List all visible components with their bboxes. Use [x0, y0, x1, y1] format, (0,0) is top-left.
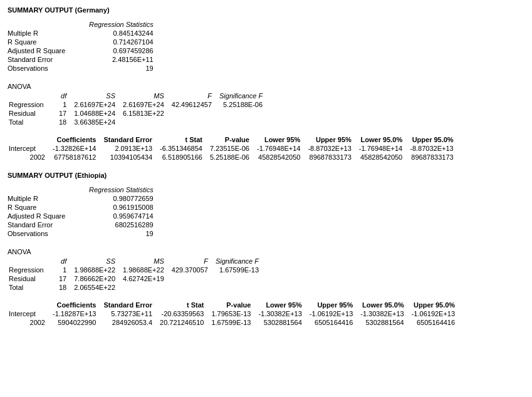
anova-col-ms: MS — [119, 91, 168, 100]
ethiopia-reg-stats-label: Regression Statistics — [86, 185, 156, 194]
coeff-col-upper95: Upper 95% — [304, 135, 355, 144]
germany-coeff-l950-1: 45828542050 — [355, 153, 406, 162]
germany-coeff-l950-0: -1.76948E+14 — [355, 144, 406, 153]
germany-stat-value-0: 0.845143244 — [86, 29, 156, 38]
germany-anova-label: ANOVA — [5, 79, 527, 91]
germany-anova-row-label-0: Regression — [5, 100, 55, 109]
germany-stat-label-3: Standard Error — [5, 55, 86, 64]
germany-coeff-t-1: 6.518905166 — [156, 153, 206, 162]
ethiopia-coeff-l950-0: -1.30382E+13 — [357, 309, 407, 318]
germany-coeff-label-0: Intercept — [5, 144, 49, 153]
ethiopia-anova-ss-2: 2.06554E+22 — [70, 283, 119, 292]
germany-coeff-l95-0: -1.76948E+14 — [253, 144, 304, 153]
ethiopia-stat-row: Standard Error 6802516289 — [5, 220, 156, 229]
eth-coeff-col-upper95: Upper 95% — [306, 301, 357, 309]
ethiopia-stat-label-2: Adjusted R Square — [5, 212, 86, 220]
germany-stat-row: Adjusted R Square 0.697459286 — [5, 46, 156, 55]
germany-stat-row: Multiple R 0.845143244 — [5, 29, 156, 38]
ethiopia-anova-row-label-2: Total — [5, 283, 55, 292]
eth-anova-col-sig: Significance F — [212, 257, 263, 266]
eth-coeff-col-lower95: Lower 95% — [254, 301, 305, 309]
ethiopia-regression-stats: Regression Statistics Multiple R 0.98077… — [5, 185, 156, 238]
anova-col-ss: SS — [70, 91, 119, 100]
germany-coeff-l95-1: 45828542050 — [253, 153, 304, 162]
germany-anova-regression: Regression 1 2.61697E+24 2.61697E+24 42.… — [5, 100, 266, 109]
ethiopia-coeff-coef-1: 5904022990 — [49, 318, 100, 327]
coeff-col-tstat: t Stat — [156, 135, 206, 144]
germany-coeff-se-1: 10394105434 — [100, 153, 156, 162]
germany-anova-ms-1: 6.15813E+22 — [119, 109, 168, 118]
germany-anova-residual: Residual 17 1.04688E+24 6.15813E+22 — [5, 109, 266, 118]
ethiopia-stat-label-1: R Square — [5, 203, 86, 212]
ethiopia-anova-table: df SS MS F Significance F Regression 1 1… — [5, 257, 263, 292]
anova-col-df: df — [55, 91, 70, 100]
germany-anova-ss-1: 1.04688E+24 — [70, 109, 119, 118]
ethiopia-coeff-se-1: 284926053.4 — [100, 318, 156, 327]
ethiopia-coeff-label-0: Intercept — [5, 309, 49, 318]
ethiopia-stat-value-3: 6802516289 — [86, 220, 156, 229]
germany-coeff-u950-1: 89687833173 — [406, 153, 457, 162]
germany-stat-row: Standard Error 2.48156E+11 — [5, 55, 156, 64]
germany-coeff-coef-0: -1.32826E+14 — [49, 144, 100, 153]
ethiopia-anova-f-0: 429.370057 — [168, 266, 212, 274]
ethiopia-coeff-intercept: Intercept -1.18287E+13 5.73273E+11 -20.6… — [5, 309, 459, 318]
eth-anova-col-df: df — [55, 257, 70, 266]
ethiopia-anova-ss-1: 7.86662E+20 — [70, 274, 119, 283]
germany-coeff-u95-1: 89687833173 — [304, 153, 355, 162]
germany-anova-ss-2: 3.66385E+24 — [70, 118, 119, 126]
ethiopia-anova-df-2: 18 — [55, 283, 70, 292]
ethiopia-anova-row-label-1: Residual — [5, 274, 55, 283]
coeff-col-coefficients: Coefficients — [49, 135, 100, 144]
germany-anova-row-label-2: Total — [5, 118, 55, 126]
germany-anova-row-label-1: Residual — [5, 109, 55, 118]
germany-stat-row: Observations 19 — [5, 64, 156, 73]
coeff-col-upper950: Upper 95.0% — [406, 135, 457, 144]
ethiopia-anova-label: ANOVA — [5, 244, 527, 257]
ethiopia-coeff-se-0: 5.73273E+11 — [100, 309, 156, 318]
germany-coeff-se-0: 2.0913E+13 — [100, 144, 156, 153]
germany-anova-header-row: df SS MS F Significance F — [5, 91, 266, 100]
germany-regression-stats: Regression Statistics Multiple R 0.84514… — [5, 20, 156, 73]
germany-stat-value-4: 19 — [86, 64, 156, 73]
ethiopia-anova-residual: Residual 17 7.86662E+20 4.62742E+19 — [5, 274, 263, 283]
eth-coeff-col-stderr: Standard Error — [100, 301, 156, 309]
ethiopia-stat-value-4: 19 — [86, 229, 156, 238]
germany-coeff-label-1: 2002 — [5, 153, 49, 162]
coeff-col-lower95: Lower 95% — [253, 135, 304, 144]
ethiopia-stat-value-1: 0.961915008 — [86, 203, 156, 212]
germany-stat-label-1: R Square — [5, 38, 86, 46]
germany-stat-label-2: Adjusted R Square — [5, 46, 86, 55]
ethiopia-coeff-table: Coefficients Standard Error t Stat P-val… — [5, 301, 459, 327]
ethiopia-anova-df-1: 17 — [55, 274, 70, 283]
ethiopia-coeff-u950-1: 6505164416 — [408, 318, 459, 327]
germany-reg-stats-label: Regression Statistics — [86, 20, 156, 29]
germany-coeff-coef-1: 67758187612 — [49, 153, 100, 162]
eth-anova-col-f: F — [168, 257, 212, 266]
ethiopia-anova-df-0: 1 — [55, 266, 70, 274]
germany-anova-f-0: 42.49612457 — [168, 100, 216, 109]
coeff-col-lower950: Lower 95.0% — [355, 135, 406, 144]
ethiopia-stat-row: Adjusted R Square 0.959674714 — [5, 212, 156, 220]
ethiopia-coeff-2002: 2002 5904022990 284926053.4 20.721246510… — [5, 318, 459, 327]
ethiopia-section: SUMMARY OUTPUT (Ethiopia) Regression Sta… — [5, 170, 527, 327]
ethiopia-anova-ms-1: 4.62742E+19 — [119, 274, 168, 283]
eth-coeff-col-upper950: Upper 95.0% — [408, 301, 459, 309]
ethiopia-anova-regression: Regression 1 1.98688E+22 1.98688E+22 429… — [5, 266, 263, 274]
ethiopia-coeff-label-1: 2002 — [5, 318, 49, 327]
germany-anova-df-2: 18 — [55, 118, 70, 126]
germany-coeff-u950-0: -8.87032E+13 — [406, 144, 457, 153]
ethiopia-stat-label-0: Multiple R — [5, 194, 86, 203]
ethiopia-coeff-l95-1: 5302881564 — [254, 318, 305, 327]
germany-stat-value-3: 2.48156E+11 — [86, 55, 156, 64]
ethiopia-coeff-l95-0: -1.30382E+13 — [254, 309, 305, 318]
eth-coeff-col-pvalue: P-value — [207, 301, 254, 309]
germany-anova-sig-0: 5.25188E-06 — [216, 100, 266, 109]
ethiopia-stat-label-4: Observations — [5, 229, 86, 238]
germany-coeff-header-row: Coefficients Standard Error t Stat P-val… — [5, 135, 457, 144]
germany-anova-ss-0: 2.61697E+24 — [70, 100, 119, 109]
ethiopia-anova-total: Total 18 2.06554E+22 — [5, 283, 263, 292]
eth-coeff-col-tstat: t Stat — [156, 301, 207, 309]
germany-coeff-2002: 2002 67758187612 10394105434 6.518905166… — [5, 153, 457, 162]
germany-anova-df-0: 1 — [55, 100, 70, 109]
anova-col-sig: Significance F — [216, 91, 266, 100]
